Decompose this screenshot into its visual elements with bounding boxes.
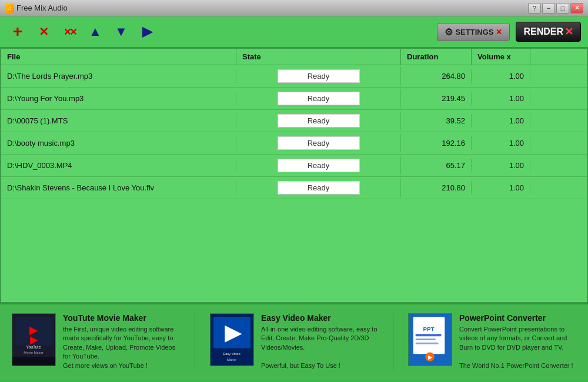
svg-text:PPT: PPT [423,326,435,332]
gear-icon: ⚙ [445,26,453,38]
svg-text:▶: ▶ [428,354,433,360]
status-badge: Ready [278,69,360,83]
header-state: State [236,49,401,65]
volume-cell: 1.00 [472,92,530,105]
youtube-promo-image[interactable]: ▶ YouTute Movie Maker [12,313,56,366]
titlebar-controls: ? − □ ✕ [528,3,583,14]
state-cell: Ready [236,112,401,130]
move-down-button[interactable]: ▼ [111,21,132,42]
remove-all-button[interactable]: ✕✕ [59,21,80,42]
remove-file-button[interactable]: ✕ [33,21,54,42]
extra-cell [530,74,566,79]
table-row[interactable]: D:\booty music.mp3 Ready 192.16 1.00 [1,132,587,155]
promo-area: ▶ YouTute Movie Maker YouTute Movie Make… [0,303,588,380]
file-name: D:\booty music.mp3 [1,136,236,150]
svg-text:Easy Video: Easy Video [223,352,240,356]
video-promo-title: Easy Video Maker [261,313,378,323]
svg-rect-15 [416,339,436,340]
svg-text:Maker: Maker [227,358,236,361]
extra-cell [530,96,566,101]
video-promo-text: Easy Video Maker All-in-one video editin… [261,313,378,370]
volume-cell: 1.00 [472,159,530,172]
header-extra [530,49,566,65]
play-button[interactable]: ▶ [136,21,158,42]
file-name: D:\HDV_0003.MP4 [1,159,236,172]
settings-button[interactable]: ⚙ SETTINGS ✕ [437,23,510,41]
render-icon: ✕ [564,25,573,38]
state-cell: Ready [236,156,401,175]
settings-close-icon: ✕ [496,28,502,36]
ppt-promo-image[interactable]: PPT ▶ [408,313,452,366]
remove-all-icon: ✕✕ [64,26,75,38]
extra-cell [530,141,566,146]
promo-ppt: PPT ▶ PowerPoint Converter Convert Power… [408,313,576,371]
move-up-icon: ▲ [89,24,102,39]
extra-cell [530,163,566,168]
state-cell: Ready [236,134,401,152]
svg-text:▶: ▶ [29,323,38,336]
app-icon: ♫ [5,4,14,13]
ppt-promo-text: PowerPoint Converter Convert PowerPoint … [459,313,576,370]
status-badge: Ready [278,92,360,105]
svg-rect-5 [12,357,55,366]
add-icon: + [13,22,22,41]
status-badge: Ready [278,181,360,195]
move-up-button[interactable]: ▲ [85,21,106,42]
toolbar-left: + ✕ ✕✕ ▲ ▼ ▶ [7,21,158,42]
svg-rect-16 [416,343,439,344]
youtube-promo-desc: the First, unique video editing software… [63,325,180,370]
ppt-promo-title: PowerPoint Converter [459,313,576,323]
promo-divider-1 [195,313,195,371]
volume-cell: 1.00 [472,181,530,195]
duration-cell: 39.52 [401,114,472,128]
status-badge: Ready [278,159,360,172]
file-name: D:\00075 (1).MTS [1,114,236,128]
file-name: D:\Shakin Stevens - Because I Love You.f… [1,181,236,195]
table-row[interactable]: D:\00075 (1).MTS Ready 39.52 1.00 [1,110,587,132]
promo-divider-2 [393,313,393,371]
table-row[interactable]: D:\Shakin Stevens - Because I Love You.f… [1,177,587,199]
duration-cell: 192.16 [401,136,472,150]
volume-cell: 1.00 [472,136,530,150]
video-promo-image[interactable]: Easy Video Maker [210,313,254,366]
render-label: RENDER [523,26,563,37]
duration-cell: 65.17 [401,159,472,172]
help-button[interactable]: ? [528,3,541,14]
table-row[interactable]: D:\The Lords Prayer.mp3 Ready 264.80 1.0… [1,65,587,88]
table-row[interactable]: D:\Young For You.mp3 Ready 219.45 1.00 [1,88,587,110]
settings-label: SETTINGS [455,28,493,36]
minimize-button[interactable]: − [542,3,555,14]
table-row[interactable]: D:\HDV_0003.MP4 Ready 65.17 1.00 [1,155,587,177]
render-button[interactable]: RENDER ✕ [516,22,581,42]
add-file-button[interactable]: + [7,21,28,42]
volume-cell: 1.00 [472,114,530,128]
remove-icon: ✕ [39,25,49,39]
svg-text:Movie Maker: Movie Maker [24,351,43,354]
maximize-button[interactable]: □ [556,3,569,14]
move-down-icon: ▼ [115,24,128,39]
toolbar: + ✕ ✕✕ ▲ ▼ ▶ ⚙ SETTINGS ✕ RENDER ✕ [0,16,588,48]
header-file: File [1,49,236,65]
play-icon: ▶ [142,24,152,39]
ppt-promo-svg: PPT ▶ [409,313,452,366]
app-title: Free Mix Audio [16,4,68,12]
extra-cell [530,119,566,123]
file-list-header: File State Duration Volume x [1,49,587,65]
ppt-promo-desc: Convert PowerPoint presentations to vide… [459,325,576,370]
extra-cell [530,186,566,190]
close-button[interactable]: ✕ [570,3,583,14]
toolbar-right: ⚙ SETTINGS ✕ RENDER ✕ [437,22,581,42]
file-rows: D:\The Lords Prayer.mp3 Ready 264.80 1.0… [1,65,587,199]
duration-cell: 219.45 [401,92,472,105]
video-promo-desc: All-in-one video editing software, easy … [261,325,378,370]
titlebar: ♫ Free Mix Audio ? − □ ✕ [0,0,588,16]
promo-youtube: ▶ YouTute Movie Maker YouTute Movie Make… [12,313,180,371]
state-cell: Ready [236,67,401,85]
youtube-promo-title: YouTute Movie Maker [63,313,180,323]
promo-video: Easy Video Maker Easy Video Maker All-in… [210,313,378,371]
state-cell: Ready [236,179,401,197]
header-duration: Duration [401,49,472,65]
video-promo-svg: Easy Video Maker [211,313,253,366]
duration-cell: 264.80 [401,69,472,83]
status-badge: Ready [278,114,360,128]
